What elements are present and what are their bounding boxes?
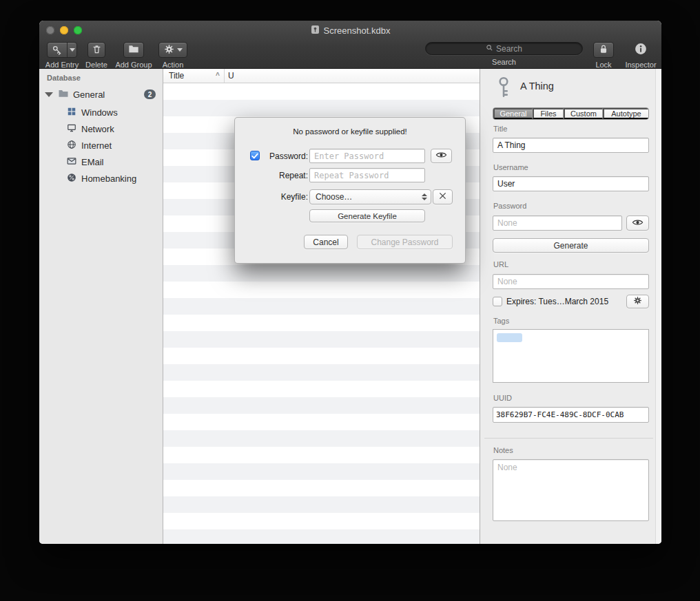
delete-button[interactable] <box>88 42 105 58</box>
stepper-icon <box>422 193 427 200</box>
password-dialog: No password or keyfile supplied! Passwor… <box>234 117 466 264</box>
inspector-button[interactable] <box>634 42 648 58</box>
password-field[interactable] <box>493 215 622 231</box>
generate-password-button[interactable]: Generate <box>493 238 649 253</box>
eye-icon <box>435 151 447 161</box>
notes-field[interactable] <box>493 459 649 521</box>
dialog-message: No password or keyfile supplied! <box>235 127 465 136</box>
sidebar-item-label: Homebanking <box>81 173 136 184</box>
tab-custom[interactable]: Custom <box>564 108 603 119</box>
gear-icon <box>164 44 174 56</box>
uuid-field[interactable] <box>493 407 649 423</box>
document-icon <box>311 25 320 36</box>
sidebar-item-label: Network <box>81 124 114 134</box>
desktop-background: Screenshot.kdbx Add Entry <box>0 0 700 601</box>
sidebar-item-label: EMail <box>81 157 104 167</box>
tab-autotype[interactable]: Autotype <box>603 108 648 119</box>
trash-icon <box>92 44 102 56</box>
search-placeholder: Search <box>496 44 522 54</box>
notes-label: Notes <box>493 446 513 454</box>
folder-plus-icon <box>128 44 139 56</box>
toolbar-add-entry: Add Entry <box>42 42 82 69</box>
inspector-tabs: General Files Custom Autotype <box>493 107 649 120</box>
search-input[interactable]: Search <box>425 42 583 55</box>
monitor-icon <box>67 123 76 135</box>
table-header: Title ^ U <box>163 69 480 83</box>
column-header-username[interactable]: U <box>228 71 234 81</box>
chevron-down-icon <box>177 48 183 52</box>
sidebar-group-general[interactable]: General 2 <box>39 86 163 103</box>
add-entry-button[interactable] <box>47 42 77 58</box>
tag-token[interactable] <box>497 333 522 342</box>
lock-button[interactable] <box>593 42 614 58</box>
tags-field[interactable] <box>493 329 649 383</box>
globe-icon <box>67 140 76 151</box>
change-password-button[interactable]: Change Password <box>357 235 453 249</box>
keyfile-dropdown[interactable]: Choose… <box>309 189 431 204</box>
eye-icon <box>632 218 644 229</box>
sidebar-group-label: General <box>73 89 105 100</box>
url-field[interactable] <box>493 274 649 289</box>
window-title: Screenshot.kdbx <box>324 25 391 36</box>
sidebar-item-internet[interactable]: Internet <box>39 137 163 154</box>
inspector-scrollbar[interactable] <box>655 69 661 544</box>
title-label: Title <box>493 125 507 133</box>
reveal-password-button[interactable] <box>626 215 649 231</box>
sidebar-item-network[interactable]: Network <box>39 120 163 137</box>
key-plus-icon <box>48 45 67 56</box>
tags-label: Tags <box>493 317 509 325</box>
dialog-keyfile-label: Keyfile: <box>261 190 308 204</box>
password-label: Password <box>493 202 526 210</box>
action-button[interactable] <box>158 42 187 58</box>
expires-checkbox[interactable] <box>493 297 502 306</box>
expires-label: Expires: Tues…March 2015 <box>506 297 608 306</box>
title-field[interactable] <box>493 138 649 153</box>
column-header-title[interactable]: Title <box>169 71 184 81</box>
add-group-button[interactable] <box>123 42 144 58</box>
dialog-password-field[interactable] <box>309 149 425 163</box>
clear-keyfile-button[interactable] <box>433 189 453 204</box>
cancel-button[interactable]: Cancel <box>304 235 348 249</box>
folder-icon <box>58 89 69 100</box>
dialog-password-label: Password: <box>261 149 308 163</box>
lock-label: Lock <box>595 61 611 69</box>
dialog-repeat-field[interactable] <box>309 168 425 182</box>
search-caption: Search <box>492 58 516 66</box>
sidebar-item-homebanking[interactable]: Homebanking <box>39 170 163 187</box>
percent-coin-icon <box>67 173 76 184</box>
section-divider <box>484 438 653 439</box>
entry-title: A Thing <box>520 81 554 92</box>
toolbar-delete: Delete <box>82 42 111 69</box>
window-chrome: Screenshot.kdbx Add Entry <box>39 21 661 69</box>
tab-general[interactable]: General <box>493 108 533 119</box>
sidebar-item-windows[interactable]: Windows <box>39 104 163 120</box>
column-separator[interactable] <box>224 69 225 83</box>
sidebar-header: Database <box>47 74 81 82</box>
add-group-label: Add Group <box>115 61 152 69</box>
toolbar-add-group: Add Group <box>112 42 155 69</box>
chevron-down-icon[interactable] <box>68 48 76 52</box>
toolbar-lock: Lock <box>590 42 617 69</box>
sidebar-item-label: Internet <box>81 140 112 151</box>
keyfile-dropdown-value: Choose… <box>316 192 352 202</box>
inspector-label: Inspector <box>625 61 656 69</box>
expires-settings-button[interactable] <box>626 295 649 308</box>
lock-icon <box>599 44 608 56</box>
add-entry-label: Add Entry <box>45 61 79 69</box>
disclosure-triangle-icon[interactable] <box>45 92 53 97</box>
main-content: Database General 2 Windows <box>39 69 661 544</box>
info-icon <box>634 42 648 58</box>
close-x-icon <box>439 192 446 202</box>
url-label: URL <box>493 260 508 268</box>
tab-files[interactable]: Files <box>533 108 564 119</box>
username-field[interactable] <box>493 176 649 191</box>
delete-label: Delete <box>85 61 107 69</box>
action-label: Action <box>163 61 184 69</box>
dialog-repeat-label: Repeat: <box>261 169 308 182</box>
password-checkbox[interactable] <box>250 151 260 160</box>
sidebar-item-email[interactable]: EMail <box>39 154 163 170</box>
generate-keyfile-button[interactable]: Generate Keyfile <box>309 209 425 222</box>
envelope-icon <box>67 157 76 167</box>
dialog-reveal-password-button[interactable] <box>431 149 452 163</box>
app-window: Screenshot.kdbx Add Entry <box>39 21 661 544</box>
